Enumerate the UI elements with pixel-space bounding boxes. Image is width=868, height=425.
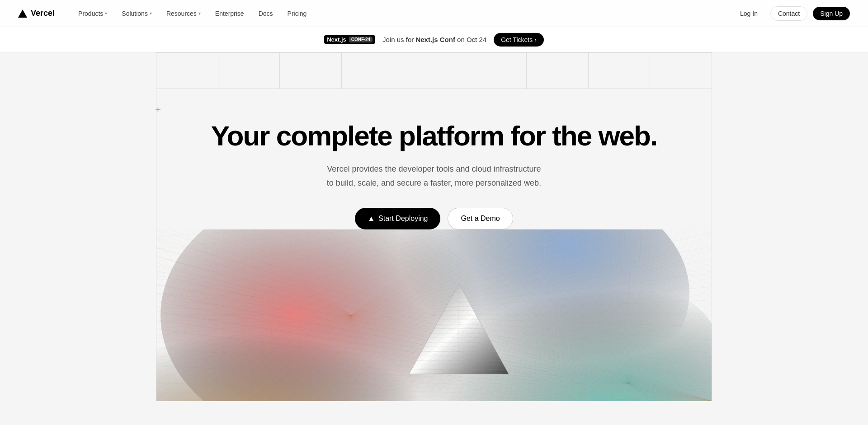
logo[interactable]: Vercel (18, 9, 55, 18)
hero-content: Your complete platform for the web. Verc… (156, 89, 712, 229)
hero-subtitle-line1: Vercel provides the developer tools and … (327, 164, 541, 173)
nav-pricing-label: Pricing (288, 10, 307, 17)
grid-cell (527, 53, 589, 89)
navbar-left: Vercel Products ▾ Solutions ▾ Resources … (18, 7, 312, 20)
get-demo-button[interactable]: Get a Demo (448, 208, 513, 229)
demo-label: Get a Demo (461, 215, 500, 223)
grid-cell (218, 53, 280, 89)
nextjs-badge: Next.js CONF·24 (324, 35, 375, 44)
nav-docs-label: Docs (259, 10, 273, 17)
signup-button[interactable]: Sign Up (813, 7, 850, 20)
grid-cell (280, 53, 342, 89)
nav-item-solutions[interactable]: Solutions ▾ (116, 7, 157, 20)
page-wrapper: Vercel Products ▾ Solutions ▾ Resources … (0, 27, 868, 401)
banner-date-text: on Oct 24 (457, 36, 486, 43)
navbar: Vercel Products ▾ Solutions ▾ Resources … (0, 0, 868, 27)
nav-links: Products ▾ Solutions ▾ Resources ▾ Enter… (73, 7, 312, 20)
grid-cell (156, 53, 218, 89)
start-deploying-button[interactable]: ▲ Start Deploying (355, 208, 440, 229)
content-region: Your complete platform for the web. Verc… (0, 52, 868, 401)
deploy-icon: ▲ (368, 215, 375, 223)
banner-join-text: Join us for (382, 36, 414, 43)
hero-subtitle-line2: to build, scale, and secure a faster, mo… (327, 178, 541, 187)
grid-cell (650, 53, 712, 89)
deploy-label: Start Deploying (378, 215, 428, 223)
announcement-banner: Next.js CONF·24 Join us for Next.js Conf… (0, 27, 868, 52)
hero-area: Your complete platform for the web. Verc… (156, 89, 712, 401)
grid-cell (465, 53, 527, 89)
hero-title: Your complete platform for the web. (156, 121, 712, 151)
nav-solutions-label: Solutions (122, 10, 148, 17)
hero-visual (156, 229, 712, 401)
grid-cell (589, 53, 651, 89)
nav-enterprise-label: Enterprise (215, 10, 244, 17)
grid-cell (403, 53, 465, 89)
banner-brand-text: Next.js Conf (415, 36, 455, 43)
radial-lines-canvas (156, 229, 712, 401)
nav-item-docs[interactable]: Docs (253, 7, 278, 20)
nav-item-resources[interactable]: Resources ▾ (161, 7, 206, 20)
nav-products-label: Products (78, 10, 103, 17)
get-tickets-button[interactable]: Get Tickets › (494, 33, 544, 47)
conf-badge: CONF·24 (349, 37, 373, 42)
left-side-col (0, 52, 156, 401)
right-side-col (712, 52, 868, 401)
arrow-icon: › (534, 36, 537, 43)
navbar-right: Log In Contact Sign Up (733, 6, 850, 21)
chevron-down-icon: ▾ (198, 11, 201, 16)
banner-text: Join us for Next.js Conf on Oct 24 (382, 36, 486, 43)
grid-cell (342, 53, 404, 89)
logo-text: Vercel (31, 9, 55, 18)
hero-subtitle: Vercel provides the developer tools and … (156, 162, 712, 190)
main-content: + Your complete plat (0, 52, 868, 401)
plus-icon: + (155, 105, 161, 115)
tickets-label: Get Tickets (501, 36, 533, 43)
chevron-down-icon: ▾ (150, 11, 152, 16)
contact-button[interactable]: Contact (770, 6, 807, 21)
logo-triangle-icon (18, 9, 27, 18)
nav-item-enterprise[interactable]: Enterprise (210, 7, 250, 20)
nav-item-products[interactable]: Products ▾ (73, 7, 113, 20)
hero-buttons: ▲ Start Deploying Get a Demo (156, 208, 712, 229)
nav-resources-label: Resources (166, 10, 197, 17)
login-button[interactable]: Log In (733, 7, 765, 20)
nextjs-logo-text: Next.js (327, 36, 346, 43)
nav-item-pricing[interactable]: Pricing (282, 7, 312, 20)
chevron-down-icon: ▾ (105, 11, 107, 16)
top-grid (156, 52, 712, 89)
